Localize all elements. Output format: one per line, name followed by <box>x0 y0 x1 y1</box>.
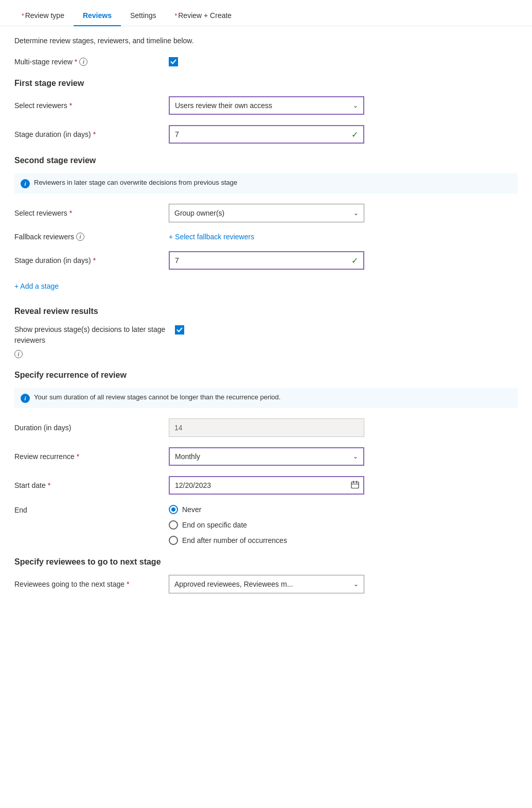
tab-review-type[interactable]: *Review type <box>12 6 74 26</box>
second-stage-reviewers-label: Select reviewers * <box>14 209 169 217</box>
review-recurrence-dropdown[interactable]: Monthly ⌄ <box>169 447 364 466</box>
add-stage-button[interactable]: + Add a stage <box>14 282 59 290</box>
multi-stage-row: Multi-stage review * i <box>14 57 518 66</box>
chevron-down-icon: ⌄ <box>353 581 359 588</box>
recurrence-heading: Specify recurrence of review <box>14 371 518 380</box>
multi-stage-checkbox[interactable] <box>169 57 178 66</box>
required-star: * <box>22 12 24 20</box>
end-label: End <box>14 505 169 514</box>
second-stage-reviewers-control: Group owner(s) ⌄ <box>169 204 364 222</box>
end-never-option[interactable]: Never <box>169 505 364 514</box>
reveal-checkbox-row: Show previous stage(s) decisions to late… <box>14 324 518 358</box>
end-control: Never End on specific date End after num… <box>169 505 364 545</box>
second-stage-duration-label: Stage duration (in days) * <box>14 256 169 265</box>
end-never-radio[interactable] <box>169 505 178 514</box>
multi-stage-info-icon[interactable]: i <box>79 58 87 66</box>
end-occurrences-option[interactable]: End after number of occurrences <box>169 536 364 545</box>
chevron-down-icon: ⌄ <box>353 102 358 109</box>
first-stage-reviewers-control: Users review their own access ⌄ <box>169 96 364 115</box>
next-stage-heading: Specify reviewees to go to next stage <box>14 557 518 567</box>
second-stage-heading: Second stage review <box>14 156 518 165</box>
checkmark-icon: ✓ <box>351 130 358 139</box>
recurrence-info-banner: i Your sum duration of all review stages… <box>14 388 518 408</box>
multi-stage-label: Multi-stage review * i <box>14 58 169 66</box>
start-date-control: 12/20/2023 <box>169 476 364 495</box>
first-stage-duration-label: Stage duration (in days) * <box>14 130 169 138</box>
next-stage-dropdown[interactable]: Approved reviewees, Reviewees m... ⌄ <box>169 575 364 593</box>
multi-stage-checkbox-wrapper[interactable] <box>169 57 178 66</box>
second-stage-reviewers-dropdown[interactable]: Group owner(s) ⌄ <box>169 204 364 222</box>
first-stage-reviewers-dropdown[interactable]: Users review their own access ⌄ <box>169 96 364 115</box>
fallback-info-icon[interactable]: i <box>76 233 84 241</box>
fallback-reviewers-label: Fallback reviewers i <box>14 233 169 241</box>
end-specific-date-radio[interactable] <box>169 520 178 530</box>
duration-row: Duration (in days) 14 <box>14 418 518 437</box>
second-stage-duration-row: Stage duration (in days) * 7 ✓ <box>14 251 518 270</box>
fallback-reviewers-control: + Select fallback reviewers <box>169 233 364 241</box>
end-row: End Never End on specific date <box>14 505 518 545</box>
duration-label: Duration (in days) <box>14 424 169 432</box>
start-date-wrapper: 12/20/2023 <box>169 476 364 495</box>
start-date-label: Start date * <box>14 481 169 489</box>
first-stage-duration-control: 7 ✓ <box>169 125 364 144</box>
second-stage-info-banner: i Reviewers in later stage can overwrite… <box>14 173 518 194</box>
first-stage-reviewers-row: Select reviewers * Users review their ow… <box>14 96 518 115</box>
end-radio-group: Never End on specific date End after num… <box>169 505 364 545</box>
chevron-down-icon: ⌄ <box>353 453 358 460</box>
info-circle-icon: i <box>21 394 30 403</box>
next-stage-row: Reviewees going to the next stage * Appr… <box>14 575 518 593</box>
tab-reviews[interactable]: Reviews <box>74 6 121 26</box>
tab-review-create[interactable]: *Review + Create <box>166 6 241 26</box>
reveal-checkbox-label: Show previous stage(s) decisions to late… <box>14 324 169 358</box>
second-stage-duration-control: 7 ✓ <box>169 251 364 270</box>
nav-tabs: *Review type Reviews Settings *Review + … <box>0 0 532 26</box>
first-stage-reviewers-label: Select reviewers * <box>14 101 169 110</box>
reveal-checkbox[interactable] <box>175 325 184 335</box>
reveal-heading: Reveal review results <box>14 307 518 316</box>
second-stage-reviewers-row: Select reviewers * Group owner(s) ⌄ <box>14 204 518 222</box>
duration-input[interactable]: 14 <box>169 418 364 437</box>
fallback-reviewers-row: Fallback reviewers i + Select fallback r… <box>14 233 518 241</box>
reveal-info-icon[interactable]: i <box>14 350 23 358</box>
review-recurrence-row: Review recurrence * Monthly ⌄ <box>14 447 518 466</box>
next-stage-control: Approved reviewees, Reviewees m... ⌄ <box>169 575 364 593</box>
first-stage-heading: First stage review <box>14 79 518 88</box>
chevron-down-icon: ⌄ <box>353 209 359 217</box>
main-content: Determine review stages, reviewers, and … <box>0 26 532 624</box>
end-occurrences-radio[interactable] <box>169 536 178 545</box>
end-specific-date-option[interactable]: End on specific date <box>169 520 364 530</box>
calendar-icon <box>351 481 359 490</box>
next-stage-label: Reviewees going to the next stage * <box>14 580 169 588</box>
required-star: * <box>175 12 178 20</box>
checkmark-icon: ✓ <box>351 256 358 266</box>
info-circle-icon: i <box>21 179 30 188</box>
tab-settings[interactable]: Settings <box>121 6 166 26</box>
review-recurrence-label: Review recurrence * <box>14 452 169 461</box>
first-stage-duration-row: Stage duration (in days) * 7 ✓ <box>14 125 518 144</box>
reveal-checkbox-wrapper[interactable] <box>175 324 184 335</box>
start-date-input[interactable]: 12/20/2023 <box>169 476 364 495</box>
review-recurrence-control: Monthly ⌄ <box>169 447 364 466</box>
duration-control: 14 <box>169 418 364 437</box>
page-subtitle: Determine review stages, reviewers, and … <box>14 37 518 45</box>
svg-rect-0 <box>351 482 359 488</box>
select-fallback-reviewers-button[interactable]: + Select fallback reviewers <box>169 233 254 241</box>
first-stage-duration-input[interactable]: 7 ✓ <box>169 125 364 144</box>
second-stage-duration-input[interactable]: 7 ✓ <box>169 251 364 270</box>
start-date-row: Start date * 12/20/2023 <box>14 476 518 495</box>
